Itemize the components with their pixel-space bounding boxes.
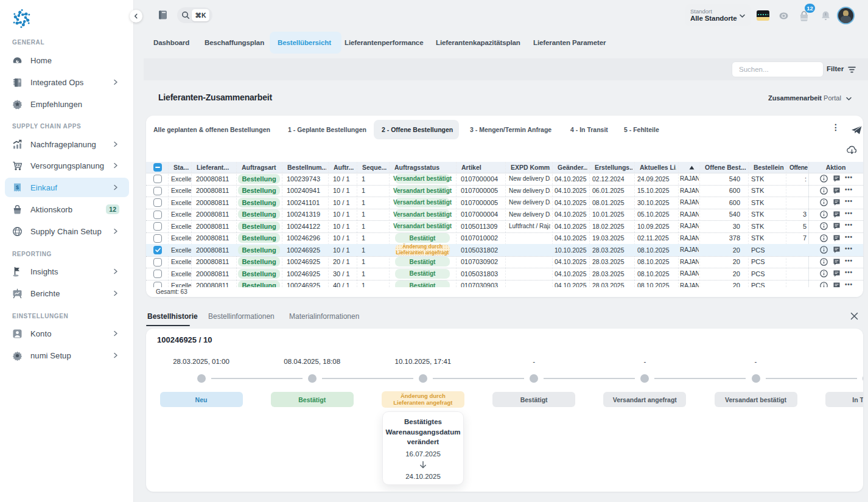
svg-text:$: $ — [16, 184, 19, 190]
